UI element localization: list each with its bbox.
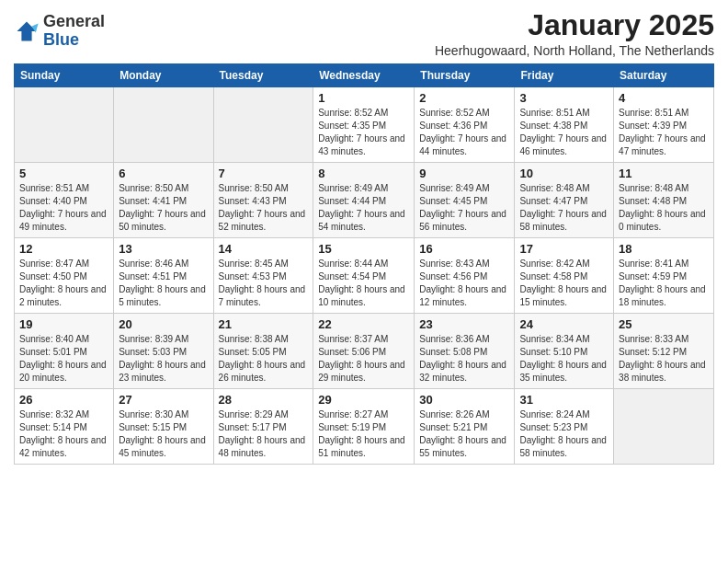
- calendar-cell: 16Sunrise: 8:43 AMSunset: 4:56 PMDayligh…: [415, 238, 515, 314]
- calendar-week-3: 12Sunrise: 8:47 AMSunset: 4:50 PMDayligh…: [15, 238, 714, 314]
- day-info: Sunrise: 8:49 AMSunset: 4:45 PMDaylight:…: [419, 182, 509, 234]
- day-info: Sunrise: 8:36 AMSunset: 5:08 PMDaylight:…: [419, 333, 509, 385]
- calendar-week-4: 19Sunrise: 8:40 AMSunset: 5:01 PMDayligh…: [15, 314, 714, 389]
- day-info: Sunrise: 8:39 AMSunset: 5:03 PMDaylight:…: [119, 333, 208, 385]
- day-info: Sunrise: 8:24 AMSunset: 5:23 PMDaylight:…: [519, 408, 609, 460]
- day-number: 30: [419, 393, 509, 407]
- calendar-cell: 25Sunrise: 8:33 AMSunset: 5:12 PMDayligh…: [614, 314, 714, 389]
- calendar-cell: 11Sunrise: 8:48 AMSunset: 4:48 PMDayligh…: [614, 163, 714, 238]
- day-info: Sunrise: 8:38 AMSunset: 5:05 PMDaylight:…: [219, 333, 309, 385]
- header-wednesday: Wednesday: [313, 64, 415, 87]
- calendar-cell: 23Sunrise: 8:36 AMSunset: 5:08 PMDayligh…: [415, 314, 515, 389]
- day-number: 7: [219, 167, 309, 180]
- calendar-cell: 12Sunrise: 8:47 AMSunset: 4:50 PMDayligh…: [15, 238, 114, 314]
- title-section: January 2025 Heerhugowaard, North Hollan…: [435, 9, 714, 58]
- day-info: Sunrise: 8:29 AMSunset: 5:17 PMDaylight:…: [219, 408, 309, 460]
- day-number: 6: [119, 167, 208, 180]
- calendar-cell: 8Sunrise: 8:49 AMSunset: 4:44 PMDaylight…: [313, 163, 415, 238]
- page-container: General Blue January 2025 Heerhugowaard,…: [0, 0, 728, 478]
- header: General Blue January 2025 Heerhugowaard,…: [14, 9, 714, 58]
- day-number: 23: [419, 317, 509, 331]
- calendar-cell: 14Sunrise: 8:45 AMSunset: 4:53 PMDayligh…: [213, 238, 313, 314]
- day-number: 22: [318, 317, 409, 331]
- day-info: Sunrise: 8:40 AMSunset: 5:01 PMDaylight:…: [19, 333, 108, 385]
- calendar-week-1: 1Sunrise: 8:52 AMSunset: 4:35 PMDaylight…: [15, 87, 714, 163]
- day-info: Sunrise: 8:51 AMSunset: 4:40 PMDaylight:…: [19, 182, 108, 234]
- calendar-cell: 10Sunrise: 8:48 AMSunset: 4:47 PMDayligh…: [515, 163, 614, 238]
- day-number: 21: [219, 317, 309, 331]
- day-number: 5: [19, 167, 108, 180]
- calendar-cell: 5Sunrise: 8:51 AMSunset: 4:40 PMDaylight…: [15, 163, 114, 238]
- day-info: Sunrise: 8:52 AMSunset: 4:35 PMDaylight:…: [318, 107, 409, 158]
- calendar-cell: 24Sunrise: 8:34 AMSunset: 5:10 PMDayligh…: [515, 314, 614, 389]
- day-number: 11: [619, 167, 709, 180]
- calendar-cell: [213, 87, 313, 163]
- header-friday: Friday: [515, 64, 614, 87]
- day-info: Sunrise: 8:41 AMSunset: 4:59 PMDaylight:…: [619, 258, 709, 309]
- day-number: 27: [119, 393, 208, 407]
- day-number: 19: [19, 317, 108, 331]
- calendar-cell: 21Sunrise: 8:38 AMSunset: 5:05 PMDayligh…: [213, 314, 313, 389]
- day-info: Sunrise: 8:45 AMSunset: 4:53 PMDaylight:…: [219, 258, 309, 309]
- calendar-cell: 18Sunrise: 8:41 AMSunset: 4:59 PMDayligh…: [614, 238, 714, 314]
- day-number: 3: [519, 91, 609, 105]
- day-info: Sunrise: 8:49 AMSunset: 4:44 PMDaylight:…: [318, 182, 409, 234]
- day-info: Sunrise: 8:48 AMSunset: 4:48 PMDaylight:…: [619, 182, 709, 234]
- day-info: Sunrise: 8:46 AMSunset: 4:51 PMDaylight:…: [119, 258, 208, 309]
- day-number: 29: [318, 393, 409, 407]
- calendar-cell: 1Sunrise: 8:52 AMSunset: 4:35 PMDaylight…: [313, 87, 415, 163]
- logo-text: General Blue: [43, 13, 105, 50]
- day-number: 18: [619, 242, 709, 256]
- logo-general-text: General: [43, 13, 105, 31]
- logo: General Blue: [14, 13, 105, 50]
- calendar-cell: 2Sunrise: 8:52 AMSunset: 4:36 PMDaylight…: [415, 87, 515, 163]
- header-tuesday: Tuesday: [213, 64, 313, 87]
- day-number: 16: [419, 242, 509, 256]
- calendar-cell: [114, 87, 213, 163]
- day-number: 15: [318, 242, 409, 256]
- day-info: Sunrise: 8:51 AMSunset: 4:39 PMDaylight:…: [619, 107, 709, 158]
- calendar-cell: 19Sunrise: 8:40 AMSunset: 5:01 PMDayligh…: [15, 314, 114, 389]
- location-title: Heerhugowaard, North Holland, The Nether…: [435, 43, 714, 58]
- day-number: 1: [318, 91, 409, 105]
- day-number: 12: [19, 242, 108, 256]
- day-info: Sunrise: 8:52 AMSunset: 4:36 PMDaylight:…: [419, 107, 509, 158]
- calendar-cell: 4Sunrise: 8:51 AMSunset: 4:39 PMDaylight…: [614, 87, 714, 163]
- day-number: 20: [119, 317, 208, 331]
- day-number: 10: [519, 167, 609, 180]
- day-info: Sunrise: 8:27 AMSunset: 5:19 PMDaylight:…: [318, 408, 409, 460]
- logo-icon: [14, 18, 40, 44]
- calendar-cell: 31Sunrise: 8:24 AMSunset: 5:23 PMDayligh…: [515, 389, 614, 465]
- day-number: 17: [519, 242, 609, 256]
- day-info: Sunrise: 8:32 AMSunset: 5:14 PMDaylight:…: [19, 408, 108, 460]
- calendar-cell: 26Sunrise: 8:32 AMSunset: 5:14 PMDayligh…: [15, 389, 114, 465]
- calendar-cell: [614, 389, 714, 465]
- day-info: Sunrise: 8:47 AMSunset: 4:50 PMDaylight:…: [19, 258, 108, 309]
- calendar-cell: 9Sunrise: 8:49 AMSunset: 4:45 PMDaylight…: [415, 163, 515, 238]
- calendar-cell: 6Sunrise: 8:50 AMSunset: 4:41 PMDaylight…: [114, 163, 213, 238]
- calendar-header-row: Sunday Monday Tuesday Wednesday Thursday…: [15, 64, 714, 87]
- day-info: Sunrise: 8:48 AMSunset: 4:47 PMDaylight:…: [519, 182, 609, 234]
- calendar-table: Sunday Monday Tuesday Wednesday Thursday…: [14, 63, 714, 465]
- day-info: Sunrise: 8:42 AMSunset: 4:58 PMDaylight:…: [519, 258, 609, 309]
- calendar-cell: 22Sunrise: 8:37 AMSunset: 5:06 PMDayligh…: [313, 314, 415, 389]
- day-number: 13: [119, 242, 208, 256]
- day-number: 2: [419, 91, 509, 105]
- day-number: 28: [219, 393, 309, 407]
- calendar-cell: 28Sunrise: 8:29 AMSunset: 5:17 PMDayligh…: [213, 389, 313, 465]
- calendar-week-5: 26Sunrise: 8:32 AMSunset: 5:14 PMDayligh…: [15, 389, 714, 465]
- calendar-cell: 17Sunrise: 8:42 AMSunset: 4:58 PMDayligh…: [515, 238, 614, 314]
- svg-marker-0: [17, 21, 37, 40]
- calendar-cell: 29Sunrise: 8:27 AMSunset: 5:19 PMDayligh…: [313, 389, 415, 465]
- logo-blue-text: Blue: [43, 31, 105, 50]
- day-number: 25: [619, 317, 709, 331]
- day-number: 9: [419, 167, 509, 180]
- calendar-week-2: 5Sunrise: 8:51 AMSunset: 4:40 PMDaylight…: [15, 163, 714, 238]
- day-number: 4: [619, 91, 709, 105]
- day-info: Sunrise: 8:34 AMSunset: 5:10 PMDaylight:…: [519, 333, 609, 385]
- day-number: 26: [19, 393, 108, 407]
- day-info: Sunrise: 8:37 AMSunset: 5:06 PMDaylight:…: [318, 333, 409, 385]
- calendar-cell: [15, 87, 114, 163]
- month-title: January 2025: [435, 9, 714, 41]
- header-sunday: Sunday: [15, 64, 114, 87]
